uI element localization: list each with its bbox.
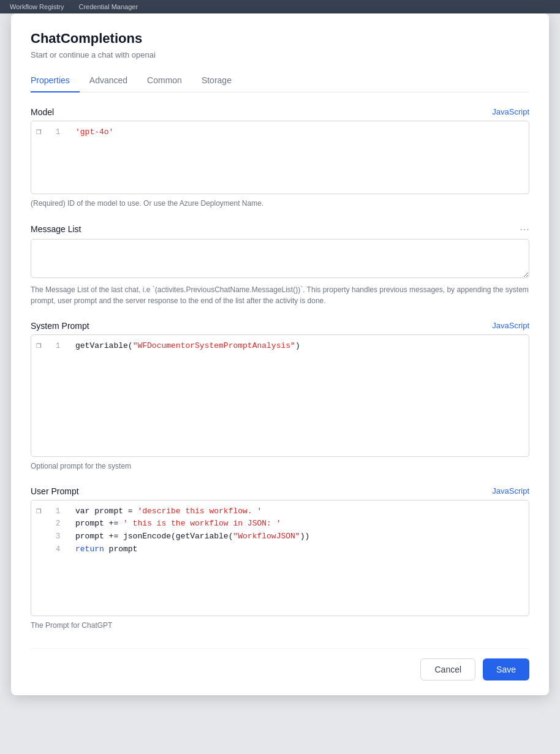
nav-bar: Workflow Registry Credential Manager	[0, 0, 560, 13]
nav-item-workflow[interactable]: Workflow Registry	[10, 3, 64, 10]
model-field-header: Model JavaScript	[31, 107, 529, 117]
modal-title: ChatCompletions	[31, 31, 529, 47]
model-code-line: 1 'gpt-4o'	[56, 126, 521, 139]
tab-storage[interactable]: Storage	[192, 70, 241, 92]
tab-common[interactable]: Common	[137, 70, 192, 92]
user-line-4: 4	[56, 543, 68, 556]
system-prompt-label: System Prompt	[31, 321, 89, 331]
user-code-line-1: 1 var prompt = 'describe this workflow. …	[56, 505, 521, 518]
cancel-button[interactable]: Cancel	[420, 658, 475, 680]
message-list-label: Message List	[31, 224, 81, 234]
system-prompt-js-link[interactable]: JavaScript	[492, 321, 529, 330]
model-field: Model JavaScript ❐ 1 'gpt-4o' (Required)…	[31, 107, 529, 209]
system-prompt-code: getVariable("WFDocumentorSystemPromptAna…	[75, 340, 521, 353]
sys-line-num-1: 1	[56, 340, 68, 352]
user-line-3: 3	[56, 530, 68, 543]
model-js-link[interactable]: JavaScript	[492, 107, 529, 116]
system-prompt-field: System Prompt JavaScript ❐ 1 getVariable…	[31, 321, 529, 472]
user-code-line-3: 3 prompt += jsonEncode(getVariable("Work…	[56, 530, 521, 543]
message-list-hint: The Message List of the last chat, i.e `…	[31, 284, 529, 306]
expand-icon[interactable]: ❐	[36, 126, 41, 137]
modal-subtitle: Start or continue a chat with openai	[31, 50, 529, 59]
user-code-content-1: var prompt = 'describe this workflow. '	[75, 505, 521, 518]
user-prompt-editor[interactable]: ❐ 1 var prompt = 'describe this workflow…	[31, 500, 529, 616]
tab-advanced[interactable]: Advanced	[80, 70, 137, 92]
model-hint: (Required) ID of the model to use. Or us…	[31, 198, 529, 209]
system-prompt-code-line: 1 getVariable("WFDocumentorSystemPromptA…	[56, 340, 521, 353]
user-prompt-hint: The Prompt for ChatGPT	[31, 620, 529, 631]
message-list-textarea[interactable]	[31, 239, 529, 278]
user-line-1: 1	[56, 505, 68, 518]
model-label: Model	[31, 107, 54, 117]
user-code-content-2: prompt += ' this is the workflow in JSON…	[75, 518, 521, 530]
user-code-content-3: prompt += jsonEncode(getVariable("Workfl…	[75, 530, 521, 543]
tabs-bar: Properties Advanced Common Storage	[31, 70, 529, 92]
user-prompt-label: User Prompt	[31, 486, 79, 496]
message-list-field: Message List ⋯ The Message List of the l…	[31, 224, 529, 306]
save-button[interactable]: Save	[483, 658, 529, 680]
modal: ChatCompletions Start or continue a chat…	[11, 13, 549, 695]
tab-properties[interactable]: Properties	[31, 70, 80, 92]
system-expand-icon[interactable]: ❐	[36, 340, 41, 350]
user-prompt-js-link[interactable]: JavaScript	[492, 486, 529, 496]
user-code-line-2: 2 prompt += ' this is the workflow in JS…	[56, 518, 521, 530]
nav-item-credential[interactable]: Credential Manager	[78, 3, 138, 10]
modal-footer: Cancel Save	[31, 648, 529, 680]
system-prompt-header: System Prompt JavaScript	[31, 321, 529, 331]
user-prompt-field: User Prompt JavaScript ❐ 1 var prompt = …	[31, 486, 529, 631]
system-prompt-hint: Optional prompt for the system	[31, 461, 529, 472]
line-num-1: 1	[56, 126, 68, 138]
user-code-line-4: 4 return prompt	[56, 543, 521, 556]
system-prompt-editor[interactable]: ❐ 1 getVariable("WFDocumentorSystemPromp…	[31, 334, 529, 457]
message-list-header: Message List ⋯	[31, 224, 529, 235]
model-code-editor[interactable]: ❐ 1 'gpt-4o'	[31, 121, 529, 194]
message-list-options-icon[interactable]: ⋯	[520, 224, 529, 235]
user-expand-icon[interactable]: ❐	[36, 505, 41, 516]
user-code-content-4: return prompt	[75, 543, 521, 556]
model-code-value: 'gpt-4o'	[75, 126, 521, 139]
user-prompt-header: User Prompt JavaScript	[31, 486, 529, 496]
user-line-2: 2	[56, 518, 68, 530]
